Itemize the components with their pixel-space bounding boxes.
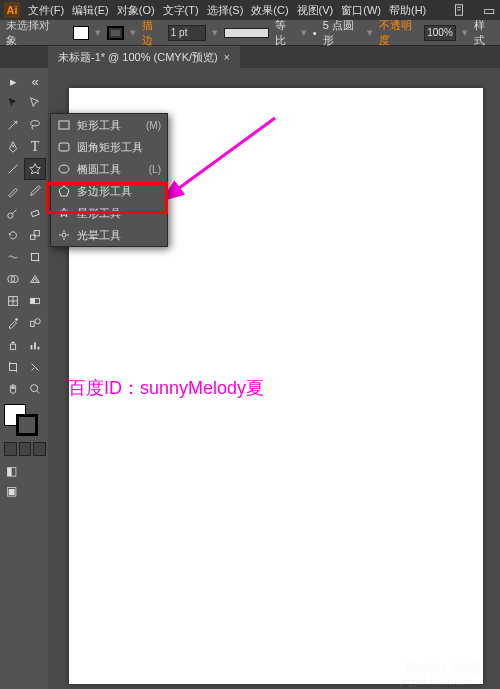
brush-label: 5 点圆形 bbox=[323, 18, 361, 48]
close-icon[interactable]: × bbox=[224, 52, 230, 63]
flyout-rounded-rect[interactable]: 圆角矩形工具 bbox=[51, 136, 167, 158]
color-mode-icon[interactable] bbox=[4, 442, 17, 456]
stroke-weight-input[interactable] bbox=[168, 25, 206, 41]
type-tool-icon[interactable]: T bbox=[24, 136, 46, 158]
stroke-profile[interactable] bbox=[224, 28, 269, 38]
flyout-shortcut: (M) bbox=[146, 120, 161, 131]
lasso-tool-icon[interactable] bbox=[24, 114, 46, 136]
stroke-label: 描边 bbox=[142, 18, 162, 48]
none-mode-icon[interactable] bbox=[33, 442, 46, 456]
menu-edit[interactable]: 编辑(E) bbox=[72, 3, 109, 18]
svg-rect-27 bbox=[38, 347, 40, 350]
svg-line-6 bbox=[9, 165, 18, 174]
hand-tool-icon[interactable] bbox=[2, 378, 24, 400]
flyout-label: 矩形工具 bbox=[77, 118, 121, 133]
svg-rect-34 bbox=[59, 143, 69, 151]
svg-point-23 bbox=[35, 319, 40, 324]
profile-label: 等比 bbox=[275, 18, 295, 48]
rotate-tool-icon[interactable] bbox=[2, 224, 24, 246]
artboard-tool-icon[interactable] bbox=[2, 356, 24, 378]
flyout-label: 星形工具 bbox=[77, 206, 121, 221]
svg-marker-36 bbox=[59, 186, 69, 196]
flyout-shortcut: (L) bbox=[149, 164, 161, 175]
tabs-icon[interactable]: ▸ bbox=[2, 70, 24, 92]
blob-brush-tool-icon[interactable] bbox=[2, 202, 24, 224]
svg-rect-28 bbox=[10, 364, 17, 371]
svg-rect-26 bbox=[34, 342, 36, 349]
stroke-box-icon[interactable] bbox=[16, 414, 38, 436]
menu-view[interactable]: 视图(V) bbox=[297, 3, 334, 18]
menu-help[interactable]: 帮助(H) bbox=[389, 3, 426, 18]
svg-point-35 bbox=[59, 165, 69, 173]
menu-window[interactable]: 窗口(W) bbox=[341, 3, 381, 18]
menu-object[interactable]: 对象(O) bbox=[117, 3, 155, 18]
fill-stroke-indicator[interactable] bbox=[2, 404, 42, 440]
width-tool-icon[interactable] bbox=[2, 246, 24, 268]
star-icon bbox=[57, 206, 71, 220]
shape-builder-tool-icon[interactable] bbox=[2, 268, 24, 290]
pen-tool-icon[interactable] bbox=[2, 136, 24, 158]
draw-mode-icon[interactable]: ◧ bbox=[6, 464, 22, 478]
shape-tool-icon[interactable] bbox=[24, 158, 46, 180]
svg-point-37 bbox=[62, 233, 66, 237]
menu-type[interactable]: 文字(T) bbox=[163, 3, 199, 18]
polygon-icon bbox=[57, 184, 71, 198]
svg-rect-20 bbox=[31, 298, 35, 303]
menu-file[interactable]: 文件(F) bbox=[28, 3, 64, 18]
flare-icon bbox=[57, 228, 71, 242]
menu-effect[interactable]: 效果(C) bbox=[251, 3, 288, 18]
svg-point-5 bbox=[12, 145, 14, 147]
svg-rect-24 bbox=[10, 344, 15, 349]
no-selection-label: 未选择对象 bbox=[6, 18, 56, 48]
svg-line-32 bbox=[37, 391, 40, 394]
symbol-sprayer-tool-icon[interactable] bbox=[2, 334, 24, 356]
ellipse-icon bbox=[57, 162, 71, 176]
free-transform-tool-icon[interactable] bbox=[24, 246, 46, 268]
svg-point-31 bbox=[31, 385, 38, 392]
tab-bar: 未标题-1* @ 100% (CMYK/预览) × bbox=[0, 46, 500, 68]
stroke-swatch[interactable] bbox=[107, 26, 124, 40]
magic-wand-tool-icon[interactable] bbox=[2, 114, 24, 136]
style-label: 样式 bbox=[474, 18, 494, 48]
menu-select[interactable]: 选择(S) bbox=[207, 3, 244, 18]
svg-point-13 bbox=[38, 260, 40, 262]
svg-point-21 bbox=[15, 318, 18, 321]
graph-tool-icon[interactable] bbox=[24, 334, 46, 356]
gradient-tool-icon[interactable] bbox=[24, 290, 46, 312]
flyout-rectangle[interactable]: 矩形工具 (M) bbox=[51, 114, 167, 136]
fill-swatch[interactable] bbox=[73, 26, 89, 40]
svg-rect-22 bbox=[31, 321, 35, 326]
scale-tool-icon[interactable] bbox=[24, 224, 46, 246]
document-tab[interactable]: 未标题-1* @ 100% (CMYK/预览) × bbox=[48, 46, 240, 68]
pencil-tool-icon[interactable] bbox=[24, 180, 46, 202]
shape-tool-flyout: 矩形工具 (M) 圆角矩形工具 椭圆工具 (L) 多边形工具 星形工具 光晕工具 bbox=[50, 113, 168, 247]
svg-rect-25 bbox=[31, 345, 33, 349]
direct-selection-tool-icon[interactable] bbox=[24, 92, 46, 114]
selection-tool-icon[interactable] bbox=[2, 92, 24, 114]
document-tab-title: 未标题-1* @ 100% (CMYK/预览) bbox=[58, 50, 218, 65]
paintbrush-tool-icon[interactable] bbox=[2, 180, 24, 202]
opacity-label: 不透明度 bbox=[379, 18, 419, 48]
zoom-tool-icon[interactable] bbox=[24, 378, 46, 400]
eraser-tool-icon[interactable] bbox=[24, 202, 46, 224]
flyout-label: 圆角矩形工具 bbox=[77, 140, 143, 155]
opacity-input[interactable] bbox=[424, 25, 456, 41]
line-tool-icon[interactable] bbox=[2, 158, 24, 180]
flyout-flare[interactable]: 光晕工具 bbox=[51, 224, 167, 246]
svg-rect-11 bbox=[32, 254, 39, 261]
slice-tool-icon[interactable] bbox=[24, 356, 46, 378]
blend-tool-icon[interactable] bbox=[24, 312, 46, 334]
search-icon[interactable] bbox=[448, 0, 470, 21]
gradient-mode-icon[interactable] bbox=[19, 442, 32, 456]
eyedropper-tool-icon[interactable] bbox=[2, 312, 24, 334]
toolbox: ▸ « T bbox=[0, 68, 48, 689]
options-bar: 未选择对象 ▾ ▾ 描边 ▾ 等比 ▾ • 5 点圆形 ▾ 不透明度 ▾ 样式 bbox=[0, 20, 500, 46]
rounded-rect-icon bbox=[57, 140, 71, 154]
tabs-icon[interactable]: « bbox=[24, 70, 46, 92]
flyout-ellipse[interactable]: 椭圆工具 (L) bbox=[51, 158, 167, 180]
perspective-tool-icon[interactable] bbox=[24, 268, 46, 290]
screen-mode-icon[interactable]: ▣ bbox=[6, 484, 22, 498]
flyout-polygon[interactable]: 多边形工具 bbox=[51, 180, 167, 202]
mesh-tool-icon[interactable] bbox=[2, 290, 24, 312]
flyout-star[interactable]: 星形工具 bbox=[51, 202, 167, 224]
